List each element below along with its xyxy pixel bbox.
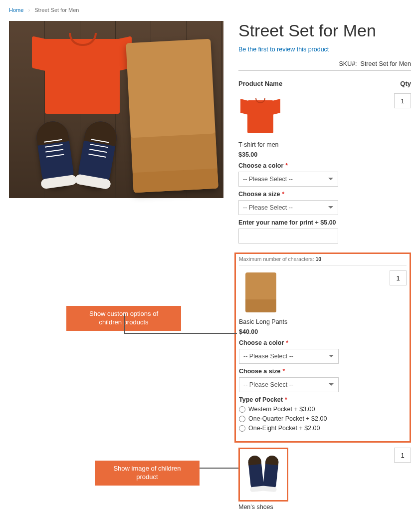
option-label-size: Choose a size bbox=[239, 368, 280, 375]
child-price: $35.00 bbox=[238, 151, 338, 158]
radio-pocket-western[interactable]: Western Pocket + $3.00 bbox=[239, 406, 339, 413]
option-label-color: Choose a color bbox=[239, 339, 284, 346]
radio-pocket-eight[interactable]: One-Eight Pocket + $2.00 bbox=[239, 425, 339, 432]
child-product-pants: Basic Long Pants $40.00 Choose a color* … bbox=[239, 270, 407, 434]
required-icon: * bbox=[286, 339, 288, 346]
child-thumb-shoes[interactable] bbox=[241, 451, 285, 495]
maxchar-label: Maximum number of characters: bbox=[239, 256, 314, 262]
option-label-size: Choose a size bbox=[238, 191, 280, 198]
required-icon: * bbox=[285, 396, 287, 403]
child-name: Basic Long Pants bbox=[239, 318, 339, 325]
callout-custom-options: Show custom options of children products bbox=[66, 306, 181, 331]
col-qty: Qty bbox=[400, 80, 411, 87]
sku-label: SKU#: bbox=[339, 60, 357, 67]
required-icon: * bbox=[285, 162, 288, 169]
qty-input-pants[interactable] bbox=[390, 270, 407, 285]
highlight-child-image bbox=[238, 448, 288, 502]
required-icon: * bbox=[282, 191, 284, 198]
radio-pocket-quarter[interactable]: One-Quarter Pocket + $2.00 bbox=[239, 415, 339, 422]
chevron-right-icon: › bbox=[28, 7, 30, 13]
option-label-print: Enter your name for print + $5.00 bbox=[238, 219, 336, 226]
col-product-name: Product Name bbox=[238, 80, 282, 87]
divider bbox=[238, 70, 411, 71]
select-size-tshirt[interactable]: -- Please Select -- bbox=[238, 200, 338, 215]
required-icon: * bbox=[282, 368, 285, 375]
product-main-image[interactable] bbox=[9, 21, 223, 198]
child-price: $40.00 bbox=[239, 328, 339, 335]
highlight-custom-options: Show custom options of children products… bbox=[234, 253, 411, 443]
option-label-color: Choose a color bbox=[238, 162, 283, 169]
qty-input-tshirt[interactable] bbox=[394, 93, 411, 108]
page-title: Street Set for Men bbox=[238, 21, 411, 40]
child-name: T-shirt for men bbox=[238, 141, 338, 148]
select-color-tshirt[interactable]: -- Please Select -- bbox=[238, 172, 338, 187]
input-print-name[interactable] bbox=[238, 229, 338, 244]
callout-child-image: Show image of children product bbox=[95, 461, 200, 486]
sku-value: Street Set for Men bbox=[361, 60, 411, 67]
review-link[interactable]: Be the first to review this product bbox=[238, 46, 329, 53]
child-thumb-pants[interactable] bbox=[239, 270, 283, 314]
child-product-tshirt: T-shirt for men $35.00 Choose a color* -… bbox=[238, 93, 411, 244]
child-thumb-tshirt[interactable] bbox=[238, 93, 282, 137]
select-color-pants[interactable]: -- Please Select -- bbox=[239, 349, 339, 364]
breadcrumb-home[interactable]: Home bbox=[9, 7, 23, 13]
qty-input-shoes[interactable] bbox=[394, 448, 411, 463]
child-name: Men's shoes bbox=[238, 504, 338, 511]
child-product-shoes: Show image of children product Men's sho… bbox=[238, 448, 411, 511]
breadcrumb: Home › Street Set for Men bbox=[9, 7, 411, 13]
select-size-pants[interactable]: -- Please Select -- bbox=[239, 377, 339, 392]
breadcrumb-current: Street Set for Men bbox=[34, 7, 79, 13]
maxchar-value: 10 bbox=[315, 256, 321, 262]
option-label-pocket: Type of Pocket bbox=[239, 396, 283, 403]
